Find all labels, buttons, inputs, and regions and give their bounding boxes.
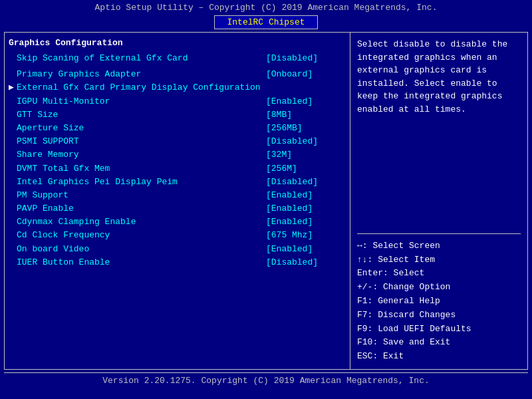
config-row-0[interactable]: Skip Scaning of External Gfx Card[Disabl… [9,52,346,65]
footer-text: Version 2.20.1275. Copyright (C) 2019 Am… [102,376,429,386]
config-value-0: [Disabled] [266,53,346,65]
legend-item-3: +/-: Change Option [357,281,521,295]
config-row-14[interactable]: Cd Clock Frequency[675 Mhz] [9,229,346,242]
config-row-12[interactable]: PAVP Enable[Enabled] [9,202,346,215]
tab-intelrc-chipset[interactable]: IntelRC Chipset [214,15,317,29]
config-value-12: [Enabled] [266,203,346,215]
key-legend: ↔: Select Screen↑↓: Select ItemEnter: Se… [357,233,521,364]
legend-item-0: ↔: Select Screen [357,239,521,253]
config-value-4: [Enabled] [266,96,346,108]
main-content: Graphics Configuration Skip Scaning of E… [4,32,528,370]
config-value-15: [Enabled] [266,243,346,255]
config-row-3[interactable]: ▶External Gfx Card Primary Display Confi… [9,81,346,94]
config-value-10: [Disabled] [266,176,346,188]
tab-row: IntelRC Chipset [0,14,532,29]
right-panel: Select disable to disable the integrated… [350,33,527,369]
config-value-16: [Disabled] [266,257,346,269]
config-row-8[interactable]: Share Memory[32M] [9,148,346,162]
config-row-4[interactable]: IGPU Multi-Monitor[Enabled] [9,95,346,108]
config-value-13: [Enabled] [266,216,346,228]
legend-item-6: F9: Load UEFI Defaults [357,323,521,336]
legend-item-7: F10: Save and Exit [357,336,521,350]
config-value-11: [Enabled] [266,190,346,201]
section-title: Graphics Configuration [9,38,346,48]
config-row-11[interactable]: PM Support[Enabled] [9,189,346,202]
config-row-16[interactable]: IUER Button Enable[Disabled] [9,256,346,269]
legend-item-2: Enter: Select [357,267,521,281]
header-title: Aptio Setup Utility – Copyright (C) 2019… [95,3,438,13]
legend-item-5: F7: Discard Changes [357,309,521,323]
config-value-9: [256M] [266,163,346,175]
config-row-15[interactable]: On board Video[Enabled] [9,243,346,256]
config-row-6[interactable]: Aperture Size[256MB] [9,122,346,135]
legend-item-8: ESC: Exit [357,350,521,364]
config-row-7[interactable]: PSMI SUPPORT[Disabled] [9,135,346,148]
arrow-icon: ▶ [9,82,15,94]
config-value-8: [32M] [266,149,346,161]
config-value-5: [8MB] [266,109,346,121]
config-row-5[interactable]: GTT Size[8MB] [9,108,346,122]
footer: Version 2.20.1275. Copyright (C) 2019 Am… [4,372,528,388]
config-value-6: [256MB] [266,122,346,134]
config-row-13[interactable]: Cdynmax Clamping Enable[Enabled] [9,215,346,229]
config-row-9[interactable]: DVMT Total Gfx Mem[256M] [9,162,346,176]
top-bar: Aptio Setup Utility – Copyright (C) 2019… [0,0,532,14]
config-row-10[interactable]: Intel Graphics Pei Display Peim[Disabled… [9,176,346,189]
legend-item-1: ↑↓: Select Item [357,253,521,267]
legend-item-4: F1: General Help [357,295,521,309]
config-rows: Skip Scaning of External Gfx Card[Disabl… [9,52,346,269]
help-text: Select disable to disable the integrated… [357,38,521,116]
left-panel: Graphics Configuration Skip Scaning of E… [5,33,350,369]
config-value-14: [675 Mhz] [266,229,346,241]
config-value-7: [Disabled] [266,136,346,148]
config-row-2[interactable]: Primary Graphics Adapter[Onboard] [9,68,346,81]
config-value-2: [Onboard] [266,68,346,80]
